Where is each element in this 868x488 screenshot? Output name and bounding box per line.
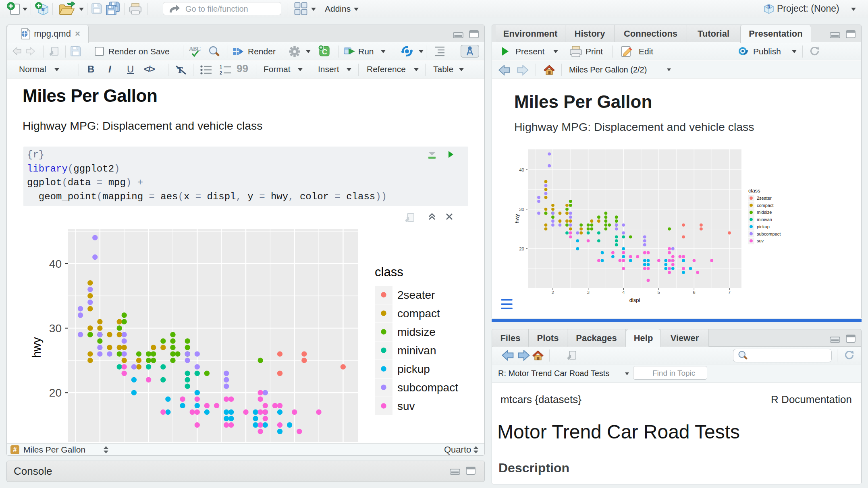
svg-text:2: 2 xyxy=(220,70,222,75)
svg-text:class: class xyxy=(375,265,403,279)
svg-text:class: class xyxy=(748,188,760,194)
svg-text:suv: suv xyxy=(397,400,415,412)
svg-text:40: 40 xyxy=(49,258,62,270)
svg-text:6: 6 xyxy=(693,290,695,295)
svg-text:ABC: ABC xyxy=(189,45,201,52)
svg-text:compact: compact xyxy=(397,307,440,320)
svg-text:midsize: midsize xyxy=(757,210,772,215)
svg-text:R: R xyxy=(767,4,771,10)
svg-text:suv: suv xyxy=(757,238,764,243)
svg-text:30: 30 xyxy=(519,207,524,212)
svg-text:compact: compact xyxy=(757,203,774,208)
svg-text:hwy: hwy xyxy=(30,337,43,358)
svg-text:subcompact: subcompact xyxy=(397,381,458,394)
svg-text:2seater: 2seater xyxy=(757,196,772,201)
svg-text:20: 20 xyxy=(49,387,62,399)
svg-text:30: 30 xyxy=(49,322,62,335)
svg-text:7: 7 xyxy=(728,290,731,295)
svg-text:4: 4 xyxy=(622,290,625,295)
svg-text:displ: displ xyxy=(629,297,640,303)
svg-text:minivan: minivan xyxy=(397,344,436,357)
svg-text:2: 2 xyxy=(552,290,554,295)
svg-text:minivan: minivan xyxy=(757,217,772,222)
svg-text:3: 3 xyxy=(587,290,589,295)
svg-text:20: 20 xyxy=(519,246,524,251)
svg-text:40: 40 xyxy=(519,167,524,172)
svg-text:pickup: pickup xyxy=(397,363,430,375)
svg-text:5: 5 xyxy=(658,290,660,295)
svg-text:hwy: hwy xyxy=(514,214,520,223)
svg-text:subcompact: subcompact xyxy=(757,232,781,236)
svg-text:2seater: 2seater xyxy=(397,289,435,301)
svg-text:pickup: pickup xyxy=(757,224,770,229)
svg-text:midsize: midsize xyxy=(397,326,436,338)
svg-text:1: 1 xyxy=(220,65,222,69)
